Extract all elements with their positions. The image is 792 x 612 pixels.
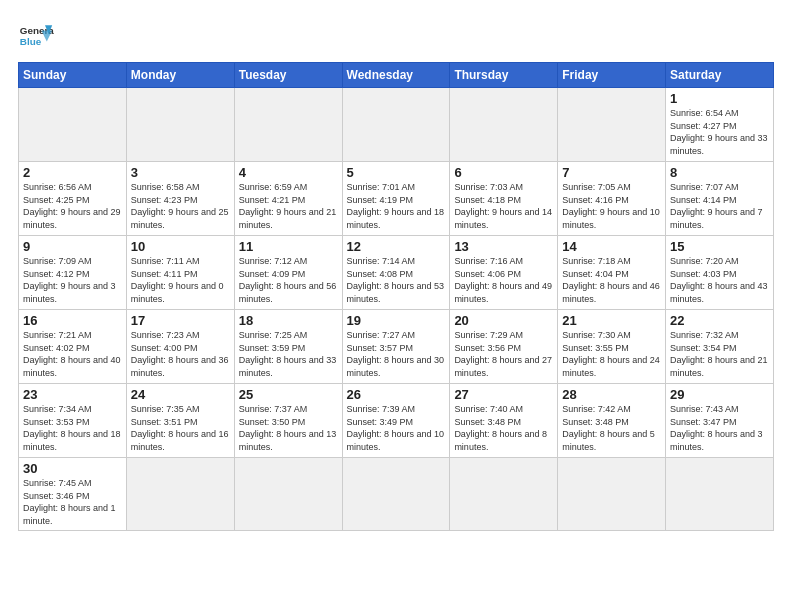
calendar-cell: 5Sunrise: 7:01 AM Sunset: 4:19 PM Daylig… bbox=[342, 162, 450, 236]
week-row-5: 30Sunrise: 7:45 AM Sunset: 3:46 PM Dayli… bbox=[19, 458, 774, 531]
day-info: Sunrise: 6:58 AM Sunset: 4:23 PM Dayligh… bbox=[131, 181, 230, 231]
calendar-cell bbox=[234, 458, 342, 531]
calendar-cell: 16Sunrise: 7:21 AM Sunset: 4:02 PM Dayli… bbox=[19, 310, 127, 384]
day-info: Sunrise: 6:54 AM Sunset: 4:27 PM Dayligh… bbox=[670, 107, 769, 157]
day-number: 6 bbox=[454, 165, 553, 180]
calendar-cell: 15Sunrise: 7:20 AM Sunset: 4:03 PM Dayli… bbox=[666, 236, 774, 310]
day-number: 16 bbox=[23, 313, 122, 328]
weekday-header-monday: Monday bbox=[126, 63, 234, 88]
calendar-cell bbox=[450, 88, 558, 162]
week-row-0: 1Sunrise: 6:54 AM Sunset: 4:27 PM Daylig… bbox=[19, 88, 774, 162]
day-number: 27 bbox=[454, 387, 553, 402]
calendar-cell bbox=[234, 88, 342, 162]
day-number: 19 bbox=[347, 313, 446, 328]
day-info: Sunrise: 6:59 AM Sunset: 4:21 PM Dayligh… bbox=[239, 181, 338, 231]
day-info: Sunrise: 7:40 AM Sunset: 3:48 PM Dayligh… bbox=[454, 403, 553, 453]
calendar-cell: 3Sunrise: 6:58 AM Sunset: 4:23 PM Daylig… bbox=[126, 162, 234, 236]
calendar-cell: 22Sunrise: 7:32 AM Sunset: 3:54 PM Dayli… bbox=[666, 310, 774, 384]
weekday-header-friday: Friday bbox=[558, 63, 666, 88]
day-info: Sunrise: 7:09 AM Sunset: 4:12 PM Dayligh… bbox=[23, 255, 122, 305]
day-info: Sunrise: 7:29 AM Sunset: 3:56 PM Dayligh… bbox=[454, 329, 553, 379]
day-info: Sunrise: 7:30 AM Sunset: 3:55 PM Dayligh… bbox=[562, 329, 661, 379]
calendar-cell: 29Sunrise: 7:43 AM Sunset: 3:47 PM Dayli… bbox=[666, 384, 774, 458]
calendar-cell bbox=[126, 88, 234, 162]
week-row-2: 9Sunrise: 7:09 AM Sunset: 4:12 PM Daylig… bbox=[19, 236, 774, 310]
calendar-cell: 11Sunrise: 7:12 AM Sunset: 4:09 PM Dayli… bbox=[234, 236, 342, 310]
weekday-header-thursday: Thursday bbox=[450, 63, 558, 88]
logo: General Blue bbox=[18, 18, 54, 54]
header: General Blue bbox=[18, 18, 774, 54]
day-number: 22 bbox=[670, 313, 769, 328]
day-number: 4 bbox=[239, 165, 338, 180]
day-number: 2 bbox=[23, 165, 122, 180]
day-info: Sunrise: 6:56 AM Sunset: 4:25 PM Dayligh… bbox=[23, 181, 122, 231]
day-info: Sunrise: 7:01 AM Sunset: 4:19 PM Dayligh… bbox=[347, 181, 446, 231]
week-row-4: 23Sunrise: 7:34 AM Sunset: 3:53 PM Dayli… bbox=[19, 384, 774, 458]
calendar-cell: 10Sunrise: 7:11 AM Sunset: 4:11 PM Dayli… bbox=[126, 236, 234, 310]
day-number: 3 bbox=[131, 165, 230, 180]
calendar-cell: 30Sunrise: 7:45 AM Sunset: 3:46 PM Dayli… bbox=[19, 458, 127, 531]
day-number: 12 bbox=[347, 239, 446, 254]
day-number: 20 bbox=[454, 313, 553, 328]
day-info: Sunrise: 7:18 AM Sunset: 4:04 PM Dayligh… bbox=[562, 255, 661, 305]
calendar-cell bbox=[450, 458, 558, 531]
calendar-cell: 6Sunrise: 7:03 AM Sunset: 4:18 PM Daylig… bbox=[450, 162, 558, 236]
calendar-cell bbox=[558, 458, 666, 531]
day-info: Sunrise: 7:11 AM Sunset: 4:11 PM Dayligh… bbox=[131, 255, 230, 305]
day-number: 28 bbox=[562, 387, 661, 402]
day-number: 7 bbox=[562, 165, 661, 180]
calendar-cell: 20Sunrise: 7:29 AM Sunset: 3:56 PM Dayli… bbox=[450, 310, 558, 384]
day-info: Sunrise: 7:27 AM Sunset: 3:57 PM Dayligh… bbox=[347, 329, 446, 379]
weekday-header-tuesday: Tuesday bbox=[234, 63, 342, 88]
calendar-cell: 26Sunrise: 7:39 AM Sunset: 3:49 PM Dayli… bbox=[342, 384, 450, 458]
day-info: Sunrise: 7:03 AM Sunset: 4:18 PM Dayligh… bbox=[454, 181, 553, 231]
day-number: 21 bbox=[562, 313, 661, 328]
calendar-table: SundayMondayTuesdayWednesdayThursdayFrid… bbox=[18, 62, 774, 531]
calendar-cell: 24Sunrise: 7:35 AM Sunset: 3:51 PM Dayli… bbox=[126, 384, 234, 458]
calendar-cell: 28Sunrise: 7:42 AM Sunset: 3:48 PM Dayli… bbox=[558, 384, 666, 458]
weekday-header-row: SundayMondayTuesdayWednesdayThursdayFrid… bbox=[19, 63, 774, 88]
day-info: Sunrise: 7:14 AM Sunset: 4:08 PM Dayligh… bbox=[347, 255, 446, 305]
day-number: 24 bbox=[131, 387, 230, 402]
calendar-cell: 19Sunrise: 7:27 AM Sunset: 3:57 PM Dayli… bbox=[342, 310, 450, 384]
day-number: 15 bbox=[670, 239, 769, 254]
calendar-cell: 8Sunrise: 7:07 AM Sunset: 4:14 PM Daylig… bbox=[666, 162, 774, 236]
weekday-header-sunday: Sunday bbox=[19, 63, 127, 88]
day-number: 10 bbox=[131, 239, 230, 254]
calendar-cell: 13Sunrise: 7:16 AM Sunset: 4:06 PM Dayli… bbox=[450, 236, 558, 310]
calendar-cell: 14Sunrise: 7:18 AM Sunset: 4:04 PM Dayli… bbox=[558, 236, 666, 310]
day-number: 13 bbox=[454, 239, 553, 254]
calendar-cell bbox=[126, 458, 234, 531]
calendar-cell: 2Sunrise: 6:56 AM Sunset: 4:25 PM Daylig… bbox=[19, 162, 127, 236]
day-number: 18 bbox=[239, 313, 338, 328]
day-info: Sunrise: 7:05 AM Sunset: 4:16 PM Dayligh… bbox=[562, 181, 661, 231]
weekday-header-wednesday: Wednesday bbox=[342, 63, 450, 88]
day-info: Sunrise: 7:42 AM Sunset: 3:48 PM Dayligh… bbox=[562, 403, 661, 453]
calendar-cell bbox=[19, 88, 127, 162]
day-number: 14 bbox=[562, 239, 661, 254]
day-info: Sunrise: 7:25 AM Sunset: 3:59 PM Dayligh… bbox=[239, 329, 338, 379]
day-info: Sunrise: 7:16 AM Sunset: 4:06 PM Dayligh… bbox=[454, 255, 553, 305]
day-info: Sunrise: 7:20 AM Sunset: 4:03 PM Dayligh… bbox=[670, 255, 769, 305]
calendar-cell bbox=[342, 88, 450, 162]
week-row-3: 16Sunrise: 7:21 AM Sunset: 4:02 PM Dayli… bbox=[19, 310, 774, 384]
day-info: Sunrise: 7:39 AM Sunset: 3:49 PM Dayligh… bbox=[347, 403, 446, 453]
calendar-cell: 4Sunrise: 6:59 AM Sunset: 4:21 PM Daylig… bbox=[234, 162, 342, 236]
calendar-cell: 25Sunrise: 7:37 AM Sunset: 3:50 PM Dayli… bbox=[234, 384, 342, 458]
calendar-cell: 9Sunrise: 7:09 AM Sunset: 4:12 PM Daylig… bbox=[19, 236, 127, 310]
day-number: 30 bbox=[23, 461, 122, 476]
day-number: 29 bbox=[670, 387, 769, 402]
day-info: Sunrise: 7:21 AM Sunset: 4:02 PM Dayligh… bbox=[23, 329, 122, 379]
day-number: 1 bbox=[670, 91, 769, 106]
week-row-1: 2Sunrise: 6:56 AM Sunset: 4:25 PM Daylig… bbox=[19, 162, 774, 236]
day-info: Sunrise: 7:07 AM Sunset: 4:14 PM Dayligh… bbox=[670, 181, 769, 231]
calendar-cell: 21Sunrise: 7:30 AM Sunset: 3:55 PM Dayli… bbox=[558, 310, 666, 384]
calendar-cell bbox=[558, 88, 666, 162]
page: General Blue SundayMondayTuesdayWednesda… bbox=[0, 0, 792, 541]
calendar-cell: 17Sunrise: 7:23 AM Sunset: 4:00 PM Dayli… bbox=[126, 310, 234, 384]
weekday-header-saturday: Saturday bbox=[666, 63, 774, 88]
calendar-cell: 27Sunrise: 7:40 AM Sunset: 3:48 PM Dayli… bbox=[450, 384, 558, 458]
day-info: Sunrise: 7:34 AM Sunset: 3:53 PM Dayligh… bbox=[23, 403, 122, 453]
day-info: Sunrise: 7:37 AM Sunset: 3:50 PM Dayligh… bbox=[239, 403, 338, 453]
day-number: 8 bbox=[670, 165, 769, 180]
